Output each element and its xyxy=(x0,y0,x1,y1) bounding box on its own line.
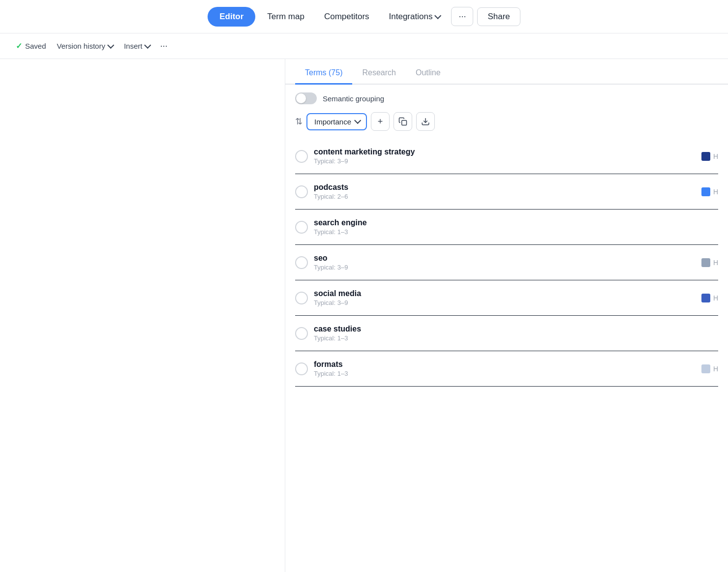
term-name: formats xyxy=(314,360,696,369)
insert-label: Insert xyxy=(124,42,143,50)
term-name: content marketing strategy xyxy=(314,148,696,156)
term-typical: Typical: 1–3 xyxy=(314,228,718,236)
term-item: podcastsTypical: 2–6H xyxy=(295,174,718,210)
term-color-indicator xyxy=(701,152,710,161)
term-name: podcasts xyxy=(314,183,696,192)
tab-outline[interactable]: Outline xyxy=(406,62,451,85)
term-actions: H xyxy=(701,258,718,267)
top-nav: Editor Term map Competitors Integrations… xyxy=(0,0,728,33)
semantic-grouping-row: Semantic grouping xyxy=(295,92,718,104)
tab-terms[interactable]: Terms (75) xyxy=(295,62,352,85)
terms-list: content marketing strategyTypical: 3–9Hp… xyxy=(295,139,718,387)
add-term-button[interactable]: + xyxy=(371,112,390,131)
term-radio[interactable] xyxy=(295,185,308,198)
copy-button[interactable] xyxy=(394,112,412,131)
term-color-indicator xyxy=(701,294,710,302)
term-name: social media xyxy=(314,289,696,298)
term-typical: Typical: 2–6 xyxy=(314,193,696,200)
term-map-button[interactable]: Term map xyxy=(259,8,312,26)
tab-research[interactable]: Research xyxy=(352,62,405,85)
share-button[interactable]: Share xyxy=(477,7,520,26)
term-radio[interactable] xyxy=(295,292,308,304)
term-h-label: H xyxy=(713,365,718,373)
competitors-button[interactable]: Competitors xyxy=(316,8,377,26)
term-h-label: H xyxy=(713,188,718,196)
download-button[interactable] xyxy=(416,112,435,131)
saved-indicator: ✓ Saved xyxy=(12,38,50,54)
right-panel: Terms (75) Research Outline Semantic gro… xyxy=(285,59,728,572)
insert-chevron-icon xyxy=(145,41,152,48)
term-h-label: H xyxy=(713,152,718,160)
semantic-grouping-label: Semantic grouping xyxy=(323,94,384,103)
importance-dropdown[interactable]: Importance xyxy=(306,113,367,130)
saved-label: Saved xyxy=(25,42,46,50)
term-name: case studies xyxy=(314,325,718,333)
term-actions: H xyxy=(701,364,718,373)
version-history-label: Version history xyxy=(57,42,105,50)
term-item: case studiesTypical: 1–3 xyxy=(295,316,718,351)
term-item: seoTypical: 3–9H xyxy=(295,245,718,280)
term-radio[interactable] xyxy=(295,150,308,163)
term-radio[interactable] xyxy=(295,221,308,234)
sub-toolbar-more-button[interactable]: ··· xyxy=(156,38,171,54)
check-icon: ✓ xyxy=(16,41,22,51)
term-radio[interactable] xyxy=(295,362,308,375)
svg-rect-0 xyxy=(402,120,407,125)
editor-button[interactable]: Editor xyxy=(208,7,255,27)
term-typical: Typical: 3–9 xyxy=(314,299,696,306)
term-item: social mediaTypical: 3–9H xyxy=(295,280,718,316)
term-typical: Typical: 3–9 xyxy=(314,264,696,271)
semantic-grouping-toggle[interactable] xyxy=(295,92,317,104)
integrations-button[interactable]: Integrations xyxy=(381,8,448,26)
toggle-knob xyxy=(296,93,306,103)
term-typical: Typical: 1–3 xyxy=(314,370,696,377)
importance-label: Importance xyxy=(314,118,351,126)
term-actions: H xyxy=(701,294,718,302)
sort-icon[interactable]: ⇅ xyxy=(295,116,303,127)
term-actions: H xyxy=(701,152,718,161)
sub-toolbar: ✓ Saved Version history Insert ··· xyxy=(0,33,728,59)
term-radio[interactable] xyxy=(295,256,308,269)
term-item: formatsTypical: 1–3H xyxy=(295,351,718,387)
term-h-label: H xyxy=(713,294,718,302)
tabs-bar: Terms (75) Research Outline xyxy=(285,59,728,85)
filter-row: ⇅ Importance + xyxy=(295,112,718,131)
insert-button[interactable]: Insert xyxy=(119,39,154,53)
version-history-button[interactable]: Version history xyxy=(52,39,117,53)
term-actions: H xyxy=(701,187,718,196)
term-name: search engine xyxy=(314,218,718,227)
term-name: seo xyxy=(314,254,696,263)
term-color-indicator xyxy=(701,187,710,196)
term-item: content marketing strategyTypical: 3–9H xyxy=(295,139,718,174)
sub-toolbar-left: ✓ Saved Version history Insert ··· xyxy=(12,38,297,54)
integrations-label: Integrations xyxy=(389,12,433,22)
term-color-indicator xyxy=(701,364,710,373)
version-history-chevron-icon xyxy=(107,41,114,48)
nav-more-button[interactable]: ··· xyxy=(451,7,473,26)
main-layout: Terms (75) Research Outline Semantic gro… xyxy=(0,59,728,572)
term-typical: Typical: 3–9 xyxy=(314,157,696,165)
term-radio[interactable] xyxy=(295,327,308,340)
integrations-chevron-icon xyxy=(434,12,441,19)
term-typical: Typical: 1–3 xyxy=(314,334,718,342)
term-item: search engineTypical: 1–3 xyxy=(295,210,718,245)
importance-chevron-icon xyxy=(354,117,361,124)
editor-pane[interactable] xyxy=(0,59,285,572)
panel-content: Semantic grouping ⇅ Importance + xyxy=(285,85,728,572)
term-color-indicator xyxy=(701,258,710,267)
term-h-label: H xyxy=(713,259,718,267)
